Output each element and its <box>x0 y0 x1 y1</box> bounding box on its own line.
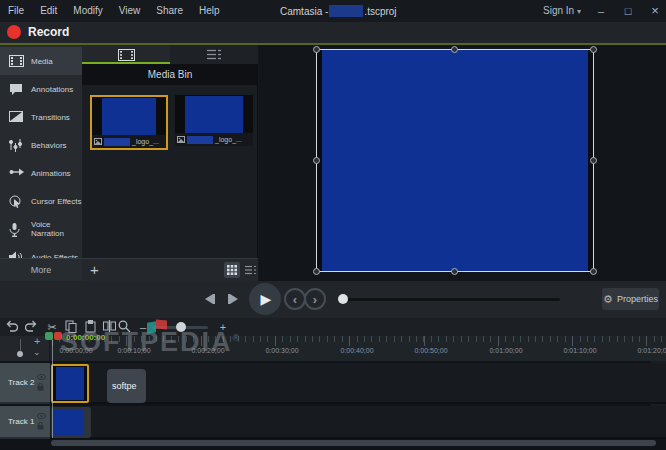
step-backward-icon <box>213 294 215 304</box>
menu-file[interactable]: File <box>0 0 32 22</box>
collapse-tracks-button[interactable]: ⌄ <box>33 347 41 357</box>
properties-button[interactable]: ⚙ Properties <box>602 288 659 310</box>
media-item-selected[interactable]: _logo_... <box>90 95 168 150</box>
add-track-button[interactable]: + <box>34 335 40 347</box>
film-icon <box>9 55 24 68</box>
menu-view[interactable]: View <box>111 0 149 22</box>
play-button[interactable]: ▶ <box>249 283 281 315</box>
selected-media-on-canvas[interactable] <box>316 49 594 272</box>
track-height-slider-knob[interactable] <box>17 351 23 357</box>
sidebar-item-media[interactable]: Media <box>0 47 82 75</box>
minimize-button[interactable]: – <box>590 0 612 22</box>
track-controls-panel: + ⌄ <box>0 336 50 361</box>
sidebar-item-transitions[interactable]: Transitions <box>0 103 82 131</box>
menu-modify[interactable]: Modify <box>65 0 110 22</box>
seek-slider-knob[interactable] <box>338 294 348 304</box>
sidebar-item-voice-narration[interactable]: Voice Narration <box>0 215 82 243</box>
horizontal-scrollbar-thumb[interactable] <box>51 440 656 446</box>
copy-button[interactable] <box>65 320 79 334</box>
redacted-project-name <box>329 5 363 17</box>
timeline-zoom-out-button[interactable]: – <box>136 320 150 334</box>
sidebar-item-cursor-effects[interactable]: Cursor Effects <box>0 187 82 215</box>
menu-edit[interactable]: Edit <box>32 0 65 22</box>
timeline-tracks-area: Track 2 Track 1 softpe <box>0 361 666 450</box>
sidebar-more-button[interactable]: More <box>0 258 82 281</box>
timeline-zoom-in-button[interactable]: + <box>216 320 230 334</box>
playhead-out-handle[interactable] <box>54 332 62 340</box>
sign-in-button[interactable]: Sign In ▾ <box>543 0 581 23</box>
sidebar-item-behaviors[interactable]: Behaviors <box>0 131 82 159</box>
ruler-label: 0:00:50;00 <box>414 347 447 354</box>
track-1-lane[interactable] <box>50 406 666 439</box>
lock-icon[interactable] <box>37 383 44 391</box>
split-button[interactable] <box>103 320 117 334</box>
ruler-label: 0:00:00;00 <box>59 347 92 354</box>
record-icon <box>7 25 21 39</box>
previous-clip-button[interactable]: ‹ <box>284 288 306 310</box>
transition-icon <box>9 111 24 124</box>
ruler-major-ticks <box>52 336 666 346</box>
resize-handle-bottom-center[interactable] <box>451 268 458 275</box>
playhead-line[interactable] <box>52 340 53 438</box>
menu-share[interactable]: Share <box>148 0 191 22</box>
playback-controls-bar: ▶ ‹ › ⚙ Properties <box>0 281 666 318</box>
sidebar-item-animations[interactable]: Animations <box>0 159 82 187</box>
clip-thumbnail <box>54 409 83 436</box>
clip-thumbnail <box>56 367 84 400</box>
menu-help[interactable]: Help <box>191 0 228 22</box>
seek-slider-track[interactable] <box>341 298 560 301</box>
ruler-label: 0:01:10;00 <box>563 347 596 354</box>
image-icon <box>177 136 185 143</box>
resize-handle-bottom-right[interactable] <box>590 268 597 275</box>
resize-handle-middle-left[interactable] <box>313 157 320 164</box>
play-icon: ▶ <box>261 291 272 307</box>
step-forward-icon <box>230 294 238 304</box>
resize-handle-middle-right[interactable] <box>590 157 597 164</box>
track-2-header[interactable]: Track 2 <box>0 363 50 404</box>
grid-view-button[interactable] <box>224 262 240 278</box>
maximize-button[interactable]: □ <box>617 0 639 22</box>
lock-icon[interactable] <box>37 422 44 430</box>
media-bin-footer: + <box>82 258 258 281</box>
ruler-label: 0:01:20;00 <box>637 347 666 354</box>
timeline-clip-track1[interactable] <box>51 407 91 438</box>
resize-handle-top-right[interactable] <box>590 46 597 53</box>
resize-handle-top-left[interactable] <box>313 46 320 53</box>
media-item[interactable]: _logo_... <box>175 95 253 146</box>
paste-button[interactable] <box>85 320 99 334</box>
tools-sidebar: Media Annotations Transitions Behaviors … <box>0 45 82 258</box>
close-button[interactable]: × <box>644 0 666 22</box>
undo-button[interactable] <box>5 320 19 334</box>
track-1-header[interactable]: Track 1 <box>0 406 50 439</box>
step-backward-icon <box>205 294 213 304</box>
list-view-button[interactable] <box>242 262 258 278</box>
add-media-button[interactable]: + <box>90 261 99 278</box>
resize-handle-bottom-left[interactable] <box>313 268 320 275</box>
ruler-label: 0:00:10;00 <box>117 347 150 354</box>
chevron-right-icon: › <box>313 293 317 306</box>
ruler-label: 0:00:20;00 <box>191 347 224 354</box>
media-item-label: _logo_... <box>175 133 253 146</box>
resize-handle-top-center[interactable] <box>451 46 458 53</box>
record-toolbar: Record 34.9% ▾ Share <box>0 22 666 43</box>
playhead-in-handle[interactable] <box>45 332 53 340</box>
ruler-label: 0:00:40;00 <box>340 347 373 354</box>
step-backward-button[interactable] <box>205 294 215 304</box>
tab-media-bin[interactable] <box>82 45 170 64</box>
record-button[interactable]: Record <box>7 25 69 39</box>
timeline-clip-track2-selected[interactable] <box>51 364 89 403</box>
tab-library[interactable] <box>170 45 258 64</box>
sidebar-item-annotations[interactable]: Annotations <box>0 75 82 103</box>
redo-button[interactable] <box>25 320 39 334</box>
list-icon <box>245 265 256 275</box>
clip-name-tooltip: softpe <box>107 369 146 403</box>
eye-icon[interactable] <box>37 374 46 380</box>
media-thumbnail <box>185 96 243 133</box>
eye-icon[interactable] <box>37 413 46 419</box>
next-clip-button[interactable]: › <box>304 288 326 310</box>
step-forward-button[interactable] <box>228 294 238 304</box>
timeline-zoom-slider-knob[interactable] <box>176 322 186 332</box>
media-bin-panel: Media Bin _logo_... _logo_... + <box>82 45 258 281</box>
redacted-file-name <box>187 136 213 144</box>
gear-icon: ⚙ <box>603 293 613 306</box>
